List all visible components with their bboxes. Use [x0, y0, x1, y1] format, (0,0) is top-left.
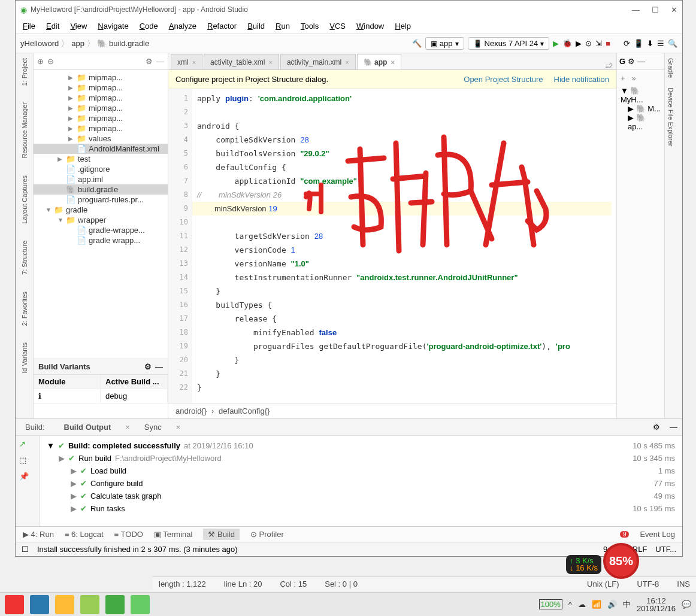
attach-icon[interactable]: ⇲ — [595, 39, 602, 48]
tb-androidstudio[interactable] — [105, 595, 125, 614]
tree-item[interactable]: ▶📁 mipmap... — [34, 72, 168, 83]
crumb-file[interactable]: build.gradle — [109, 39, 149, 48]
tree-item[interactable]: ▶📁 mipmap... — [34, 83, 168, 93]
run-config-selector[interactable]: ▣ app ▾ — [425, 37, 464, 50]
gradle-toolbar[interactable]: + » — [621, 74, 661, 83]
build-row[interactable]: ▶ ✔ Configure build77 ms — [47, 477, 675, 490]
toolwin-button[interactable]: ▶ 4: Run — [23, 530, 54, 539]
menu-window[interactable]: Window — [356, 22, 384, 31]
bp-hide-icon[interactable]: — — [670, 423, 677, 432]
tree-item[interactable]: 📄 app.iml — [34, 174, 168, 184]
crumb-project[interactable]: yHelloword — [20, 39, 59, 48]
tree-item[interactable]: ▶📁 test — [34, 154, 168, 164]
toolwin-button[interactable]: ▣ Terminal — [154, 530, 193, 539]
editor-tab[interactable]: 🐘 app × — [357, 54, 401, 69]
gradle-m[interactable]: M... — [647, 104, 661, 113]
menu-build[interactable]: Build — [247, 22, 265, 31]
project-tree[interactable]: ▶📁 mipmap...▶📁 mipmap...▶📁 mipmap...▶📁 m… — [34, 70, 168, 359]
cloud-icon[interactable]: ☁ — [578, 600, 586, 609]
tree-item[interactable]: ▶📁 mipmap... — [34, 103, 168, 113]
maximize-button[interactable]: ☐ — [652, 5, 659, 14]
gutter[interactable]: 12345678910111213141516171819202122 — [168, 89, 192, 403]
left-tab[interactable]: 7: Structure — [21, 238, 28, 277]
menu-vcs[interactable]: VCS — [329, 22, 346, 31]
tree-item[interactable]: ▼📁 gradle — [34, 205, 168, 215]
tab-overflow[interactable]: ≡2 — [601, 62, 616, 69]
build-row[interactable]: ▼ ✔ Build: completed successfully at 201… — [47, 439, 675, 452]
system-tray[interactable]: 100% ^ ☁ 📶 🔊 中 16:12 2019/12/16 💬 — [539, 597, 691, 612]
tb-wps[interactable] — [30, 595, 49, 614]
left-tab[interactable]: ld Variants — [21, 340, 28, 375]
toolwin-button[interactable]: ≡ TODO — [114, 530, 143, 539]
gradle-root[interactable]: MyH... — [621, 95, 643, 104]
editor-tab[interactable]: activity_table.xml × — [204, 54, 279, 69]
toolwin-button[interactable]: ⊙ Profiler — [250, 530, 284, 539]
gradle-hide-icon[interactable]: — — [637, 57, 645, 66]
right-tab[interactable]: Device File Explorer — [665, 83, 677, 151]
editor-tab[interactable]: xml × — [171, 54, 202, 69]
coverage-icon[interactable]: ▶ — [576, 39, 582, 48]
run-icon[interactable]: ▶ — [553, 39, 559, 48]
bp-gear-icon[interactable]: ⚙ — [653, 423, 660, 432]
crumb-android[interactable]: android{} — [175, 406, 207, 415]
crumb-module[interactable]: app — [71, 39, 84, 48]
tb-explorer[interactable] — [55, 595, 74, 614]
profile-icon[interactable]: ⊙ — [585, 39, 592, 48]
menu-file[interactable]: File — [23, 22, 35, 31]
wifi-icon[interactable]: 📶 — [592, 600, 601, 609]
sync-icon[interactable]: ⟳ — [624, 39, 630, 48]
menu-edit[interactable]: Edit — [46, 22, 59, 31]
hide-icon[interactable]: — — [156, 57, 164, 66]
tree-item[interactable]: ▶📁 values — [34, 133, 168, 144]
bv-variant-cell[interactable]: debug — [101, 389, 168, 403]
collapse-icon[interactable]: ⊖ — [47, 57, 54, 66]
battery-icon[interactable]: 100% — [539, 599, 562, 609]
tb-emulator[interactable] — [131, 595, 150, 614]
tree-item[interactable]: 🐘 build.gradle — [34, 184, 168, 195]
gear-icon[interactable]: ⚙ — [146, 57, 153, 66]
tb-app1[interactable] — [5, 595, 24, 614]
battery-widget[interactable]: 85% — [603, 543, 639, 579]
menu-code[interactable]: Code — [140, 22, 158, 31]
minimize-button[interactable]: — — [632, 5, 640, 14]
search-icon[interactable]: 🔍 — [668, 39, 677, 48]
open-structure-link[interactable]: Open Project Structure — [464, 75, 543, 84]
toolwin-button[interactable]: ⚒ Build — [203, 529, 240, 540]
menu-help[interactable]: Help — [395, 22, 411, 31]
gradle-app[interactable]: ap... — [628, 122, 643, 131]
tree-item[interactable]: 📄 proguard-rules.pr... — [34, 195, 168, 205]
tree-item[interactable]: ▶📁 mipmap... — [34, 93, 168, 103]
structure-icon[interactable]: ☰ — [657, 39, 664, 48]
build-row[interactable]: ▶ ✔ Run tasks10 s 195 ms — [47, 502, 675, 515]
left-tab[interactable]: 2: Favorites — [21, 289, 28, 328]
tb-app2[interactable] — [80, 595, 99, 614]
left-tab[interactable]: 1: Project — [21, 56, 28, 88]
tree-item[interactable]: ▶📁 mipmap... — [34, 113, 168, 123]
volume-icon[interactable]: 🔊 — [607, 600, 617, 609]
encoding[interactable]: UTF... — [655, 545, 676, 554]
editor-tab[interactable]: activity_main.xml × — [280, 54, 356, 69]
tree-item[interactable]: 📄 .gitignore — [34, 164, 168, 174]
menu-tools[interactable]: Tools — [301, 22, 319, 31]
menu-refactor[interactable]: Refactor — [207, 22, 237, 31]
build-tree[interactable]: ▼ ✔ Build: completed successfully at 201… — [40, 436, 682, 526]
build-row[interactable]: ▶ ✔ Calculate task graph49 ms — [47, 490, 675, 502]
sdk-icon[interactable]: ⬇ — [647, 39, 653, 48]
tree-item[interactable]: 📄 AndroidManifest.xml — [34, 144, 168, 154]
bp-tab-output[interactable]: Build Output — [59, 420, 116, 434]
tray-time[interactable]: 16:12 — [637, 597, 676, 605]
bv-hide-icon[interactable]: — — [155, 362, 163, 371]
menu-analyze[interactable]: Analyze — [169, 22, 196, 31]
event-log-button[interactable]: Event Log — [640, 530, 675, 539]
tree-item[interactable]: 📄 gradle wrapp... — [34, 235, 168, 245]
menu-navigate[interactable]: Navigate — [98, 22, 128, 31]
toolwin-button[interactable]: ≡ 6: Logcat — [65, 530, 104, 539]
tree-item[interactable]: ▼📁 wrapper — [34, 215, 168, 225]
bp-tab-sync[interactable]: Sync — [140, 420, 167, 434]
close-button[interactable]: ✕ — [671, 5, 677, 14]
notif-icon[interactable]: 💬 — [682, 600, 691, 609]
nav-breadcrumb[interactable]: yHelloword〉 app〉 🐘build.gradle — [20, 38, 149, 49]
menu-run[interactable]: Run — [276, 22, 290, 31]
avd-icon[interactable]: 📱 — [634, 39, 643, 48]
tree-item[interactable]: 📄 gradle-wrappe... — [34, 225, 168, 235]
